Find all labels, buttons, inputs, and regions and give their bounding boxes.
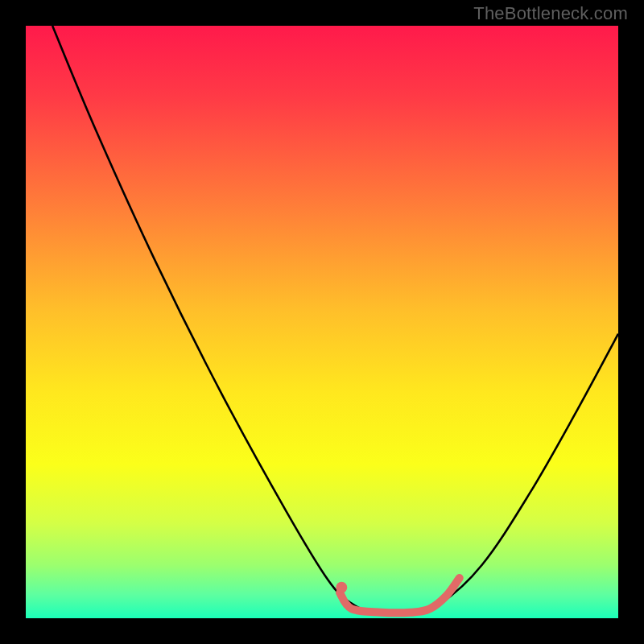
attribution-label: TheBottleneck.com <box>473 3 628 24</box>
chart-frame: TheBottleneck.com <box>0 0 644 644</box>
gradient-background <box>26 26 618 618</box>
chart-svg <box>26 26 618 618</box>
plot-area <box>26 26 618 618</box>
marker-dot <box>336 582 347 593</box>
